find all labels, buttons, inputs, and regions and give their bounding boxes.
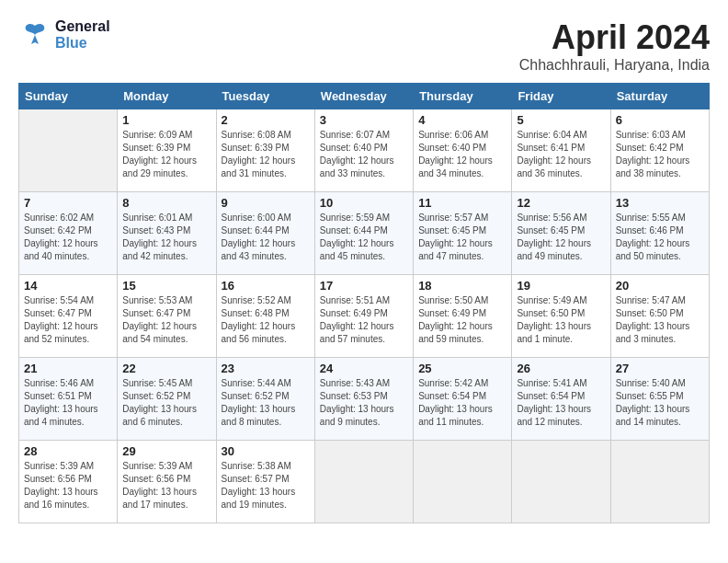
day-info: Sunrise: 6:00 AM Sunset: 6:44 PM Dayligh… [222, 212, 310, 263]
day-number: 19 [517, 279, 605, 293]
day-info: Sunrise: 6:07 AM Sunset: 6:40 PM Dayligh… [320, 129, 408, 180]
logo-bird-icon [18, 18, 51, 52]
day-number: 27 [616, 362, 704, 375]
calendar-cell [19, 109, 118, 192]
day-info: Sunrise: 5:45 AM Sunset: 6:52 PM Dayligh… [122, 377, 210, 429]
day-number: 2 [222, 113, 310, 127]
calendar-week-row: 21Sunrise: 5:46 AM Sunset: 6:51 PM Dayli… [19, 358, 710, 441]
day-info: Sunrise: 5:57 AM Sunset: 6:45 PM Dayligh… [418, 212, 506, 263]
day-info: Sunrise: 5:53 AM Sunset: 6:47 PM Dayligh… [122, 294, 210, 346]
day-number: 17 [320, 279, 408, 293]
calendar-cell: 4Sunrise: 6:06 AM Sunset: 6:40 PM Daylig… [414, 109, 512, 192]
day-info: Sunrise: 5:38 AM Sunset: 6:57 PM Dayligh… [222, 460, 310, 511]
calendar-cell: 29Sunrise: 5:39 AM Sunset: 6:56 PM Dayli… [118, 441, 216, 523]
title-block: April 2024 Chhachhrauli, Haryana, India [519, 18, 710, 74]
calendar-cell: 5Sunrise: 6:04 AM Sunset: 6:41 PM Daylig… [512, 109, 610, 192]
calendar-week-row: 28Sunrise: 5:39 AM Sunset: 6:56 PM Dayli… [19, 441, 710, 523]
day-number: 7 [24, 196, 112, 210]
col-header-saturday: Saturday [610, 84, 709, 109]
day-number: 16 [222, 279, 310, 293]
calendar-cell: 13Sunrise: 5:55 AM Sunset: 6:46 PM Dayli… [610, 192, 709, 275]
calendar-cell: 22Sunrise: 5:45 AM Sunset: 6:52 PM Dayli… [118, 358, 216, 441]
day-number: 30 [222, 444, 310, 458]
day-number: 15 [122, 279, 210, 293]
calendar-cell: 8Sunrise: 6:01 AM Sunset: 6:43 PM Daylig… [118, 192, 216, 275]
day-number: 22 [122, 362, 210, 375]
calendar-cell: 14Sunrise: 5:54 AM Sunset: 6:47 PM Dayli… [19, 275, 118, 358]
col-header-friday: Friday [512, 84, 610, 109]
day-info: Sunrise: 5:59 AM Sunset: 6:44 PM Dayligh… [320, 212, 408, 263]
day-number: 29 [122, 444, 210, 458]
day-number: 23 [222, 362, 310, 375]
location-subtitle: Chhachhrauli, Haryana, India [519, 57, 710, 74]
calendar-cell: 17Sunrise: 5:51 AM Sunset: 6:49 PM Dayli… [314, 275, 413, 358]
logo: General Blue [18, 18, 110, 52]
day-info: Sunrise: 5:40 AM Sunset: 6:55 PM Dayligh… [616, 377, 704, 429]
day-number: 28 [24, 444, 112, 458]
calendar-cell: 12Sunrise: 5:56 AM Sunset: 6:45 PM Dayli… [512, 192, 610, 275]
day-number: 20 [616, 279, 704, 293]
day-info: Sunrise: 5:51 AM Sunset: 6:49 PM Dayligh… [320, 294, 408, 346]
day-info: Sunrise: 5:56 AM Sunset: 6:45 PM Dayligh… [517, 212, 605, 263]
day-info: Sunrise: 6:02 AM Sunset: 6:42 PM Dayligh… [24, 212, 112, 263]
day-number: 13 [616, 196, 704, 210]
day-info: Sunrise: 5:54 AM Sunset: 6:47 PM Dayligh… [24, 294, 112, 346]
calendar-cell: 7Sunrise: 6:02 AM Sunset: 6:42 PM Daylig… [19, 192, 118, 275]
calendar-cell: 18Sunrise: 5:50 AM Sunset: 6:49 PM Dayli… [414, 275, 512, 358]
calendar-cell: 26Sunrise: 5:41 AM Sunset: 6:54 PM Dayli… [512, 358, 610, 441]
calendar-week-row: 7Sunrise: 6:02 AM Sunset: 6:42 PM Daylig… [19, 192, 710, 275]
day-info: Sunrise: 5:49 AM Sunset: 6:50 PM Dayligh… [517, 294, 605, 346]
day-number: 21 [24, 362, 112, 375]
day-number: 25 [418, 362, 506, 375]
col-header-wednesday: Wednesday [314, 84, 413, 109]
calendar-cell: 16Sunrise: 5:52 AM Sunset: 6:48 PM Dayli… [216, 275, 314, 358]
calendar-cell: 11Sunrise: 5:57 AM Sunset: 6:45 PM Dayli… [414, 192, 512, 275]
page-header: General Blue April 2024 Chhachhrauli, Ha… [18, 18, 710, 74]
day-info: Sunrise: 6:06 AM Sunset: 6:40 PM Dayligh… [418, 129, 506, 180]
calendar-week-row: 1Sunrise: 6:09 AM Sunset: 6:39 PM Daylig… [19, 109, 710, 192]
logo-blue: Blue [55, 35, 110, 52]
day-number: 12 [517, 196, 605, 210]
calendar-table: SundayMondayTuesdayWednesdayThursdayFrid… [18, 83, 710, 523]
col-header-monday: Monday [118, 84, 216, 109]
day-number: 9 [222, 196, 310, 210]
calendar-cell: 21Sunrise: 5:46 AM Sunset: 6:51 PM Dayli… [19, 358, 118, 441]
day-info: Sunrise: 5:39 AM Sunset: 6:56 PM Dayligh… [24, 460, 112, 511]
calendar-cell: 2Sunrise: 6:08 AM Sunset: 6:39 PM Daylig… [216, 109, 314, 192]
day-info: Sunrise: 6:01 AM Sunset: 6:43 PM Dayligh… [122, 212, 210, 263]
day-number: 10 [320, 196, 408, 210]
day-info: Sunrise: 5:41 AM Sunset: 6:54 PM Dayligh… [517, 377, 605, 429]
day-info: Sunrise: 5:42 AM Sunset: 6:54 PM Dayligh… [418, 377, 506, 429]
calendar-cell: 23Sunrise: 5:44 AM Sunset: 6:52 PM Dayli… [216, 358, 314, 441]
calendar-cell [610, 441, 709, 523]
day-info: Sunrise: 6:03 AM Sunset: 6:42 PM Dayligh… [616, 129, 704, 180]
day-info: Sunrise: 6:04 AM Sunset: 6:41 PM Dayligh… [517, 129, 605, 180]
day-info: Sunrise: 5:44 AM Sunset: 6:52 PM Dayligh… [222, 377, 310, 429]
calendar-cell: 10Sunrise: 5:59 AM Sunset: 6:44 PM Dayli… [314, 192, 413, 275]
col-header-tuesday: Tuesday [216, 84, 314, 109]
calendar-cell: 15Sunrise: 5:53 AM Sunset: 6:47 PM Dayli… [118, 275, 216, 358]
calendar-cell: 9Sunrise: 6:00 AM Sunset: 6:44 PM Daylig… [216, 192, 314, 275]
calendar-header-row: SundayMondayTuesdayWednesdayThursdayFrid… [19, 84, 710, 109]
calendar-cell: 25Sunrise: 5:42 AM Sunset: 6:54 PM Dayli… [414, 358, 512, 441]
day-number: 24 [320, 362, 408, 375]
month-year-title: April 2024 [519, 18, 710, 57]
calendar-cell [314, 441, 413, 523]
calendar-cell: 6Sunrise: 6:03 AM Sunset: 6:42 PM Daylig… [610, 109, 709, 192]
calendar-cell: 27Sunrise: 5:40 AM Sunset: 6:55 PM Dayli… [610, 358, 709, 441]
day-number: 6 [616, 113, 704, 127]
calendar-week-row: 14Sunrise: 5:54 AM Sunset: 6:47 PM Dayli… [19, 275, 710, 358]
calendar-cell: 19Sunrise: 5:49 AM Sunset: 6:50 PM Dayli… [512, 275, 610, 358]
calendar-cell: 20Sunrise: 5:47 AM Sunset: 6:50 PM Dayli… [610, 275, 709, 358]
calendar-cell: 1Sunrise: 6:09 AM Sunset: 6:39 PM Daylig… [118, 109, 216, 192]
col-header-thursday: Thursday [414, 84, 512, 109]
day-info: Sunrise: 5:47 AM Sunset: 6:50 PM Dayligh… [616, 294, 704, 346]
day-number: 8 [122, 196, 210, 210]
day-number: 14 [24, 279, 112, 293]
calendar-cell: 3Sunrise: 6:07 AM Sunset: 6:40 PM Daylig… [314, 109, 413, 192]
calendar-cell [512, 441, 610, 523]
day-info: Sunrise: 6:08 AM Sunset: 6:39 PM Dayligh… [222, 129, 310, 180]
calendar-cell: 24Sunrise: 5:43 AM Sunset: 6:53 PM Dayli… [314, 358, 413, 441]
day-info: Sunrise: 5:39 AM Sunset: 6:56 PM Dayligh… [122, 460, 210, 511]
calendar-cell [414, 441, 512, 523]
